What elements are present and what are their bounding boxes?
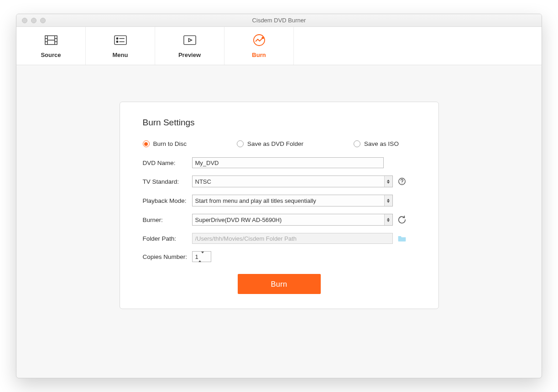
tab-menu[interactable]: Menu (86, 27, 155, 65)
svg-point-9 (116, 37, 118, 39)
app-window: Cisdem DVD Burner Source (16, 14, 542, 378)
window-title: Cisdem DVD Burner (16, 17, 542, 24)
browse-folder-button[interactable] (397, 234, 407, 243)
tab-label: Menu (113, 52, 128, 58)
zoom-window-button[interactable] (40, 18, 46, 23)
radio-save-as-folder[interactable]: Save as DVD Folder (237, 140, 303, 147)
copies-stepper[interactable]: 1 (192, 251, 211, 262)
label-dvd-name: DVD Name: (143, 160, 192, 166)
filmstrip-icon (45, 34, 57, 48)
chevron-updown-icon (384, 214, 392, 225)
tab-label: Source (41, 52, 61, 58)
titlebar: Cisdem DVD Burner (16, 14, 542, 27)
burn-button[interactable]: Burn (238, 274, 321, 294)
radio-label: Save as ISO (364, 140, 399, 147)
chevron-updown-icon (384, 195, 392, 206)
refresh-button[interactable] (397, 215, 407, 224)
dvd-name-input[interactable] (192, 157, 384, 168)
minimize-window-button[interactable] (31, 18, 37, 23)
select-value: Start from menu and play all titles sequ… (195, 197, 316, 204)
play-screen-icon (183, 34, 196, 48)
window-controls (16, 18, 46, 23)
menu-icon (114, 34, 127, 48)
tv-standard-select[interactable]: NTSC (192, 175, 393, 187)
tab-label: Burn (252, 52, 266, 58)
radio-dot-icon (143, 140, 150, 147)
svg-point-18 (402, 183, 402, 184)
svg-point-16 (262, 37, 263, 38)
svg-point-11 (116, 41, 118, 42)
select-value: SuperDrive(DVD RW AD-5690H) (195, 217, 282, 223)
main-tabs: Source Menu Preview (16, 27, 542, 65)
tab-source[interactable]: Source (16, 27, 86, 65)
radio-burn-to-disc[interactable]: Burn to Disc (143, 140, 187, 147)
label-folder-path: Folder Path: (143, 235, 192, 242)
output-mode-radios: Burn to Disc Save as DVD Folder Save as … (143, 140, 416, 147)
label-copies: Copies Number: (143, 253, 192, 260)
tab-burn[interactable]: Burn (224, 27, 294, 65)
select-value: NTSC (195, 178, 211, 185)
radio-label: Save as DVD Folder (247, 140, 303, 147)
burner-select[interactable]: SuperDrive(DVD RW AD-5690H) (192, 214, 393, 226)
radio-label: Burn to Disc (153, 140, 187, 147)
tab-preview[interactable]: Preview (155, 27, 224, 65)
burn-settings-panel: Burn Settings Burn to Disc Save as DVD F… (120, 102, 439, 309)
chevron-updown-icon (198, 253, 206, 260)
radio-dot-icon (237, 140, 244, 147)
panel-heading: Burn Settings (143, 118, 416, 128)
label-tv-standard: TV Standard: (143, 178, 192, 185)
label-burner: Burner: (143, 217, 192, 223)
tab-label: Preview (178, 52, 201, 58)
radio-save-as-iso[interactable]: Save as ISO (354, 140, 399, 147)
close-window-button[interactable] (22, 18, 27, 23)
folder-path-input (192, 233, 393, 244)
burn-disc-icon (253, 34, 266, 48)
help-button[interactable] (397, 177, 407, 186)
svg-rect-13 (183, 36, 195, 44)
content-area: Burn Settings Burn to Disc Save as DVD F… (16, 65, 542, 378)
stepper-value: 1 (195, 253, 198, 260)
svg-marker-14 (188, 38, 192, 41)
playback-mode-select[interactable]: Start from menu and play all titles sequ… (192, 195, 393, 206)
svg-rect-8 (114, 36, 126, 44)
chevron-updown-icon (384, 176, 392, 187)
label-playback-mode: Playback Mode: (143, 197, 192, 204)
radio-dot-icon (354, 140, 360, 147)
